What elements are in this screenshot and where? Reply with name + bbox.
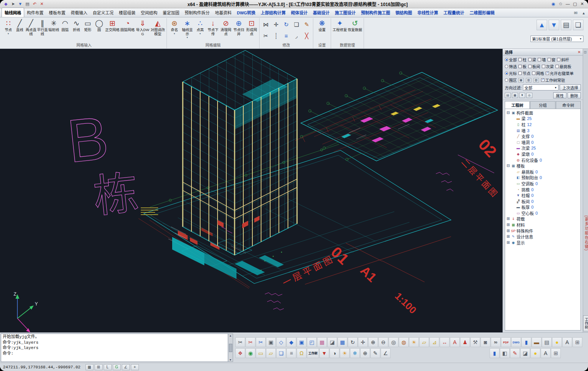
toolbar-icon[interactable]: ▣: [297, 337, 306, 347]
filter-option[interactable]: 墙: [538, 57, 546, 62]
modify-tool-icon[interactable]: ⋈: [261, 19, 271, 30]
ribbon-button[interactable]: ✳ 辐射线: [48, 18, 59, 35]
toolbar-icon[interactable]: ❏: [276, 348, 286, 358]
filter-option[interactable]: 围区: [505, 77, 517, 83]
toolbar-icon[interactable]: ⊖: [378, 337, 388, 347]
filter-option[interactable]: 板: [518, 64, 527, 69]
ribbon-tab[interactable]: 预制构件拆分: [182, 8, 212, 17]
checkbox[interactable]: [518, 58, 522, 61]
toolbar-icon[interactable]: ◑: [330, 348, 339, 358]
toolbar-icon[interactable]: ◎: [389, 337, 398, 347]
toolbar-icon[interactable]: ▩: [317, 337, 327, 347]
tree-node[interactable]: ▭ 空调板 0: [505, 181, 580, 187]
tree-node[interactable]: ▯ 柱 12: [505, 122, 580, 128]
tree-node[interactable]: ▬ 次梁 25: [505, 145, 580, 151]
toolbar-icon[interactable]: ◧: [500, 348, 510, 358]
floor-nav-icon[interactable]: ▤: [561, 20, 571, 30]
floor-nav-icon[interactable]: ❏: [573, 20, 583, 30]
modify-tool-icon[interactable]: ◞: [291, 31, 302, 41]
checkbox[interactable]: [528, 65, 532, 68]
scroll-down-icon[interactable]: ▼: [229, 359, 232, 361]
worktree-side-tab[interactable]: 工作树: [583, 315, 588, 331]
modify-tool-icon[interactable]: ≡: [281, 31, 291, 41]
toolbar-icon[interactable]: ●: [552, 337, 562, 347]
ribbon-button[interactable]: ▭ 矩形: [82, 18, 93, 35]
dock-icon[interactable]: ◫: [584, 50, 587, 54]
ribbon-button[interactable]: ◯ 圆: [93, 18, 105, 35]
filter-option[interactable]: 次梁: [542, 64, 554, 69]
modify-tool-icon[interactable]: ✂: [261, 31, 271, 41]
toolbar-icon[interactable]: ◇: [276, 337, 286, 347]
model-viewport[interactable]: B 栋: [0, 49, 502, 332]
tree-node[interactable]: ⊞ ✎ 设计信息: [505, 234, 580, 240]
scroll-thumb[interactable]: [229, 344, 232, 352]
ribbon-button[interactable]: ∴ 点高 ▾: [194, 18, 207, 35]
panel-tab[interactable]: 工程树: [505, 101, 530, 109]
expand-icon[interactable]: ⊞: [506, 229, 510, 233]
toolbar-icon[interactable]: ⊕: [368, 337, 378, 347]
filter-option[interactable]: 网格: [532, 70, 544, 76]
status-toggle[interactable]: G: [113, 364, 121, 370]
toolbar-icon[interactable]: ◪: [327, 337, 337, 347]
toolbar-icon[interactable]: ◆: [286, 337, 296, 347]
toolbar-icon[interactable]: ◍: [399, 337, 409, 347]
ribbon-button[interactable]: ↓ 节点下传: [207, 18, 219, 39]
expand-icon[interactable]: ⊞: [506, 223, 510, 227]
ribbon-button[interactable]: ⊛ 命名 ▾: [168, 18, 181, 35]
tree-node[interactable]: ⊞ ◉ 显示: [505, 240, 580, 246]
tree-node[interactable]: ⊞ ▦ 材料: [505, 222, 580, 228]
toolbar-icon[interactable]: ▣: [266, 337, 276, 347]
toolbar-icon[interactable]: ⊞: [572, 337, 582, 347]
status-toggle[interactable]: ⊞: [95, 364, 103, 370]
checkbox[interactable]: [518, 72, 522, 75]
filter-option[interactable]: 工作树常驻: [541, 77, 565, 83]
ribbon-tab[interactable]: 工程量统计: [441, 8, 467, 17]
toolbar-icon[interactable]: ▼: [319, 348, 329, 358]
checkbox[interactable]: [518, 65, 522, 68]
filter-option[interactable]: 全部: [505, 57, 517, 62]
ribbon-tab[interactable]: 鉴定加固: [160, 8, 182, 17]
ribbon-button[interactable]: ⊡ 形成网点: [245, 18, 258, 39]
modify-tool-icon[interactable]: ┊: [271, 31, 281, 41]
ribbon-button[interactable]: ✦ 工程修复: [332, 18, 347, 32]
toolbar-icon[interactable]: A: [450, 337, 460, 347]
filter-option[interactable]: ▥: [526, 78, 532, 83]
toolbar-icon[interactable]: ✂: [246, 337, 255, 347]
ribbon-tab[interactable]: 楼层组装: [116, 8, 138, 17]
tree-node[interactable]: ◆ 梁墩 0: [505, 151, 580, 157]
ribbon-tab[interactable]: 二维图形编辑: [467, 8, 497, 17]
ribbon-button[interactable]: ∷ 节点 ▾: [3, 18, 14, 35]
toolbar-icon[interactable]: ▮: [521, 337, 531, 347]
tree-node[interactable]: ⊟ ▣ 构件截面: [505, 110, 580, 116]
titlebar-icon[interactable]: ✕: [39, 1, 45, 7]
expand-icon[interactable]: ⊞: [506, 217, 510, 221]
toolbar-icon[interactable]: ∠: [381, 348, 390, 358]
ribbon-button[interactable]: ◔ 圆弧网格: [120, 18, 135, 35]
toolbar-icon[interactable]: ↔: [440, 337, 450, 347]
tree-node[interactable]: ◍ 石化设备 0: [505, 157, 580, 163]
toolbar-icon[interactable]: ▬: [532, 337, 541, 347]
floor-nav-icon[interactable]: ▼: [549, 20, 559, 30]
filter-option[interactable]: ▦: [518, 78, 524, 83]
delete-button[interactable]: 删除: [568, 92, 581, 98]
ribbon-tab[interactable]: 砌体设计: [288, 8, 310, 17]
properties-button[interactable]: 属性: [553, 92, 566, 98]
titlebar-icon[interactable]: ◆: [3, 1, 9, 7]
ribbon-button[interactable]: ∗ 轴线显示 ▾: [181, 18, 194, 39]
ribbon-button[interactable]: ◭ 对图调改模型: [150, 18, 165, 39]
ribbon-tab[interactable]: 构件布置: [24, 8, 46, 17]
toolbar-icon[interactable]: ⊞: [551, 348, 561, 358]
modify-tool-icon[interactable]: ❏: [291, 19, 302, 30]
ribbon-button[interactable]: ⊕ 节点归并: [232, 18, 245, 39]
tree-node[interactable]: ╱ 支撑 0: [505, 133, 580, 139]
toolbar-icon[interactable]: ●: [530, 348, 540, 358]
toolbar-icon[interactable]: Ω: [297, 348, 306, 358]
filter-option[interactable]: 柱: [518, 57, 527, 62]
filter-option[interactable]: ▧: [534, 78, 540, 83]
window-control-icon[interactable]: ▢: [572, 1, 578, 7]
modify-tool-icon[interactable]: ✎: [302, 19, 312, 30]
close-icon[interactable]: ✕: [578, 50, 581, 54]
toolbar-icon[interactable]: ◪: [520, 348, 530, 358]
status-toggle[interactable]: ∠: [122, 364, 130, 370]
tree-node[interactable]: ▼ 柱帽 0: [505, 192, 580, 198]
